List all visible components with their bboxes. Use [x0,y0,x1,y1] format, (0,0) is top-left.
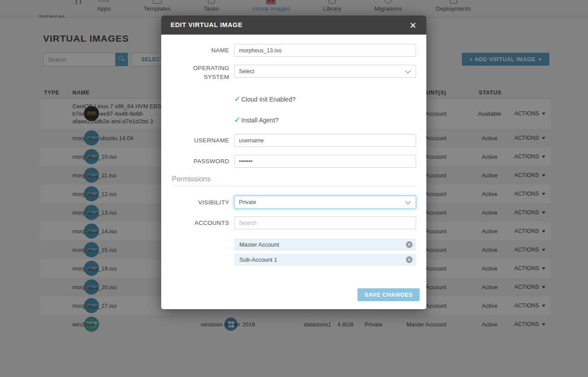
close-icon[interactable]: ✕ [407,20,419,31]
install-agent-checkbox[interactable]: ✓ Install Agent? [234,115,278,125]
modal-header: EDIT VIRTUAL IMAGE ✕ [161,16,426,35]
divider [172,186,416,186]
chevron-down-icon [405,199,411,204]
accounts-field-label: ACCOUNTS [171,220,229,226]
username-field[interactable] [234,134,416,147]
accounts-search-input[interactable] [234,216,416,229]
visibility-select[interactable]: Private [234,196,416,209]
permissions-section-title: Permissions [172,175,211,183]
remove-account-icon[interactable]: ✕ [406,241,413,248]
username-field-label: USERNAME [171,137,229,144]
name-field-label: NAME [171,47,229,54]
visibility-field-label: VISIBILITY [171,199,229,206]
check-icon: ✓ [234,115,240,125]
save-changes-button[interactable]: SAVE CHANGES [358,288,420,301]
password-field[interactable] [234,155,416,168]
modal-title: EDIT VIRTUAL IMAGE [171,21,242,28]
edit-virtual-image-modal: EDIT VIRTUAL IMAGE ✕ NAME OPERATING SYST… [161,16,426,309]
chevron-down-icon [405,67,411,73]
cloud-init-checkbox[interactable]: ✓ Cloud Init Enabled? [234,94,295,104]
password-field-label: PASSWORD [171,158,229,165]
remove-account-icon[interactable]: ✕ [406,256,413,263]
name-field[interactable] [234,44,416,57]
operating-system-label-line1: OPERATING [171,65,229,71]
account-tag: Sub-Account 1 ✕ [234,254,416,266]
check-icon: ✓ [234,94,240,104]
account-tag: Master Account ✕ [234,239,416,251]
operating-system-select[interactable]: Select [234,65,416,78]
operating-system-label-line2: SYSTEM [171,74,229,80]
